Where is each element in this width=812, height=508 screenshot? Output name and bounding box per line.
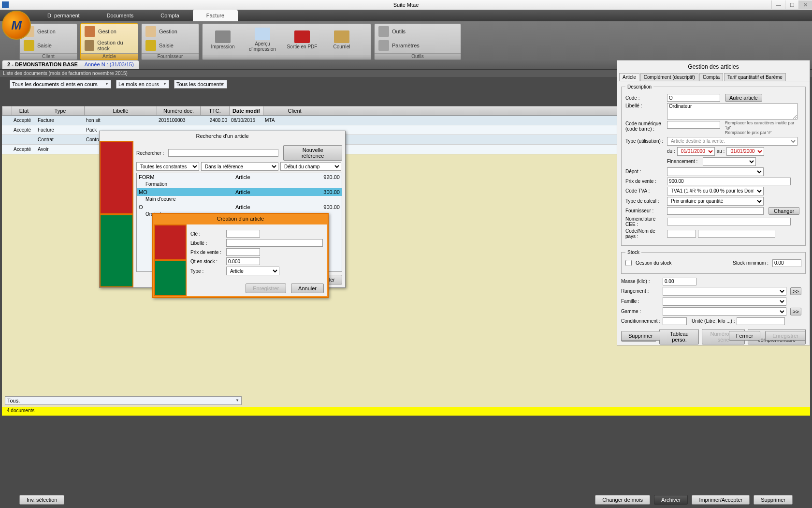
col-check[interactable]	[2, 106, 12, 115]
menu-documents[interactable]: Documents	[93, 10, 147, 21]
create-type-select[interactable]: Article	[226, 267, 279, 275]
fournisseur-input[interactable]	[667, 207, 764, 215]
rangement-select[interactable]	[663, 287, 786, 296]
calc-select[interactable]: Prix unitaire par quantité	[667, 197, 764, 206]
masse-input[interactable]	[663, 278, 696, 285]
barcode-input[interactable]	[667, 121, 720, 129]
col-client[interactable]: Client	[263, 106, 326, 115]
pencil-icon	[145, 40, 156, 51]
person-icon	[145, 26, 156, 37]
col-date[interactable]: Date modif	[230, 106, 263, 115]
article-stock-button[interactable]: Gestion du stock	[82, 39, 137, 52]
search-result-row[interactable]: MOArticle300.00 Main d'oeuvre	[137, 188, 342, 203]
fourn-saisie-button[interactable]: Saisie	[143, 39, 180, 52]
col-num[interactable]: Numéro doc.	[157, 106, 201, 115]
col-etat[interactable]: Etat	[12, 106, 36, 115]
filter-docs-combo[interactable]: Tous les documents clients en cours▼	[10, 80, 111, 89]
settings-button[interactable]: Paramètres	[376, 39, 422, 52]
imprimer-accepter-button[interactable]: Imprimer/Accepter	[692, 495, 750, 505]
autre-article-button[interactable]: Autre article	[725, 94, 762, 102]
tab-tarif[interactable]: Tarif quantitatif et Barème	[724, 73, 786, 81]
gamme-select[interactable]	[663, 307, 786, 316]
create-prix-input[interactable]	[226, 248, 260, 256]
tools-button[interactable]: Outils	[376, 25, 422, 38]
chevron-down-icon: ▼	[163, 82, 168, 87]
date-du-select[interactable]: 01/01/2000	[677, 147, 715, 156]
menu-compta[interactable]: Compta	[147, 10, 193, 21]
nomenclature-input[interactable]	[667, 218, 791, 225]
filter-bottom-combo[interactable]: Tous.▼	[5, 396, 242, 405]
tva-select[interactable]: TVA1 (1.#R % ou 0.00 % pour les Dom-Tom)	[667, 187, 764, 195]
minimize-button[interactable]: —	[771, 0, 785, 9]
filter-all-combo[interactable]: Tous les documents▼	[174, 80, 227, 89]
ribbon-footer-fournisseur: Fournisseur	[142, 53, 199, 60]
rp-enregistrer-button[interactable]: Enregistrer	[765, 331, 806, 341]
panel-title: Gestion des articles	[617, 60, 810, 73]
famille-select[interactable]	[663, 297, 786, 306]
ribbon-footer-client: Client	[20, 53, 77, 60]
rp-supprimer-button[interactable]: Supprimer	[621, 331, 660, 341]
create-libelle-input[interactable]	[226, 239, 323, 247]
app-logo[interactable]: M	[2, 11, 31, 40]
create-qt-input[interactable]	[226, 257, 260, 265]
shelves-icon	[85, 40, 94, 51]
client-saisie-button[interactable]: Saisie	[21, 39, 58, 52]
portrait-icon	[101, 142, 132, 213]
base-tab[interactable]: 2 - DEMONSTRATION BASE Année N : (31/03/…	[2, 60, 139, 69]
chevron-down-icon: ▼	[105, 82, 110, 87]
col-ttc[interactable]: TTC.	[201, 106, 230, 115]
stock-min-input[interactable]	[772, 259, 801, 267]
col-libelle[interactable]: Libellé	[85, 106, 157, 115]
search-result-row[interactable]: FORMArticle920.00 Formation	[137, 173, 342, 188]
search-in-select[interactable]: Dans la référence	[201, 162, 278, 171]
article-gestion-button[interactable]: Gestion	[82, 25, 137, 38]
print-button[interactable]: Impression	[203, 25, 242, 55]
filter-month-combo[interactable]: Le mois en cours▼	[116, 80, 169, 89]
depot-select[interactable]	[667, 167, 764, 176]
code-input[interactable]	[667, 94, 720, 102]
pdf-button[interactable]: Sortie en PDF	[283, 25, 321, 55]
create-cle-input[interactable]	[226, 230, 260, 238]
gestion-stock-checkbox[interactable]	[625, 260, 632, 266]
tab-article[interactable]: Article	[619, 73, 639, 81]
supprimer-button[interactable]: Supprimer	[754, 495, 793, 505]
description-fieldset: Description Code :Autre article Libellé …	[621, 84, 806, 246]
financement-select[interactable]	[703, 157, 756, 166]
tab-compta[interactable]: Compta	[699, 73, 723, 81]
prix-vente-input[interactable]	[667, 178, 791, 185]
search-mode-select[interactable]: Début du champ	[280, 162, 341, 171]
portrait-icon	[101, 215, 132, 287]
mail-button[interactable]: Courriel	[322, 25, 361, 55]
preview-button[interactable]: Aperçu d'impression	[243, 25, 282, 55]
menu-facture[interactable]: Facture	[193, 10, 238, 21]
type-select[interactable]: Article destiné à la vente.	[667, 137, 798, 146]
changer-mois-button[interactable]: Changer de mois	[595, 495, 650, 505]
maximize-button[interactable]: ☐	[785, 0, 798, 9]
unite-input[interactable]	[737, 317, 785, 325]
cond-input[interactable]	[663, 317, 687, 325]
close-button[interactable]: ✕	[798, 0, 812, 9]
inv-selection-button[interactable]: Inv. sélection	[19, 495, 64, 505]
archiver-button[interactable]: Archiver	[654, 495, 688, 505]
date-au-select[interactable]: 01/01/2000	[726, 147, 764, 156]
ribbon: Gestion Saisie Client Gestion Gestion du…	[0, 21, 812, 60]
new-reference-button[interactable]: Nouvelle référence	[283, 145, 342, 161]
libelle-textarea[interactable]: Ordinateur	[667, 103, 798, 120]
nom-pays-input[interactable]	[698, 230, 775, 238]
col-type[interactable]: Type	[36, 106, 85, 115]
menu-dpermanent[interactable]: D. permanent	[34, 10, 93, 21]
create-cancel-button[interactable]: Annuler	[291, 284, 324, 293]
pdf-icon	[294, 30, 310, 43]
changer-fournisseur-button[interactable]: Changer	[768, 207, 799, 215]
rangement-more-button[interactable]: >>	[790, 287, 801, 295]
status-bar: 4 documents	[2, 407, 810, 416]
create-save-button[interactable]: Enregistrer	[246, 284, 286, 293]
rp-fermer-button[interactable]: Fermer	[729, 331, 760, 341]
search-scope-select[interactable]: Toutes les constantes	[136, 162, 199, 171]
tab-complement[interactable]: Complément (descriptif)	[640, 73, 698, 81]
code-pays-input[interactable]	[667, 230, 696, 238]
search-input[interactable]	[168, 149, 279, 157]
fourn-gestion-button[interactable]: Gestion	[143, 25, 180, 38]
gamme-more-button[interactable]: >>	[790, 308, 801, 315]
wrench-icon	[378, 26, 389, 37]
